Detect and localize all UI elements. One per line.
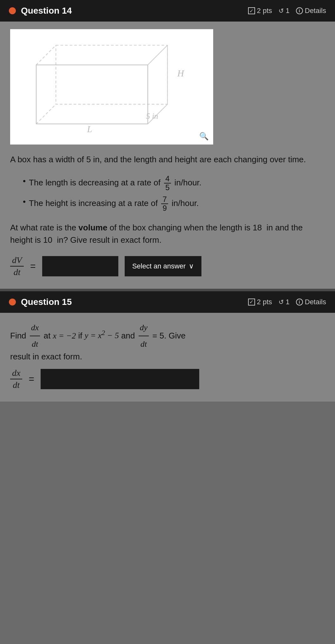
dx-dt-fraction: dx dt: [30, 320, 40, 352]
question-prompt: At what rate is the volume of the box ch…: [10, 222, 325, 246]
retries-label: 1: [286, 7, 290, 15]
page-container: Question 14 ✓ 2 pts ↺ 1 i Details: [0, 0, 335, 402]
find-text: Find dx dt at x = −2 if y = x2 − 5 and d…: [10, 320, 325, 352]
details-item[interactable]: i Details: [296, 7, 326, 15]
points-label-15: 2 pts: [257, 298, 272, 306]
points-item: ✓ 2 pts: [248, 7, 272, 15]
answer-input-14[interactable]: [42, 256, 118, 276]
at-text: at: [44, 331, 51, 340]
svg-text:L: L: [87, 124, 92, 134]
question-15-header: Question 15 ✓ 2 pts ↺ 1 i Details: [0, 291, 335, 313]
dt-label-14: dt: [12, 267, 23, 277]
dv-label: dV: [10, 255, 24, 267]
bullet1-text: The length is decreasing at a rate of: [29, 178, 161, 187]
dx-dt-result-fraction: dx dt: [10, 368, 22, 390]
details-item-15[interactable]: i Details: [296, 298, 326, 306]
checkbox-icon-15: ✓: [248, 299, 255, 306]
info-icon: i: [296, 7, 303, 14]
bullet-1: • The length is decreasing at a rate of …: [23, 175, 325, 192]
y-eq: y = x2 − 5: [85, 331, 119, 340]
equals-sign-15: =: [29, 374, 34, 384]
details-label-15[interactable]: Details: [305, 298, 326, 306]
bullet-list: • The length is decreasing at a rate of …: [23, 175, 325, 213]
chevron-down-icon: ∨: [189, 262, 194, 270]
svg-text:5 in: 5 in: [146, 112, 158, 120]
details-label[interactable]: Details: [305, 7, 326, 15]
fraction-1-num: 4: [164, 175, 171, 184]
fraction-2-num: 7: [161, 195, 168, 204]
dv-dt-fraction: dV dt: [10, 255, 24, 277]
dx-label: dx: [30, 320, 40, 337]
question-15-content: Find dx dt at x = −2 if y = x2 − 5 and d…: [0, 313, 335, 402]
dt-label2: dt: [11, 379, 22, 390]
info-icon-15: i: [296, 299, 303, 306]
fraction-1: 4 5: [164, 175, 171, 192]
result-text: result in exact form.: [10, 352, 325, 362]
points-label: 2 pts: [257, 7, 272, 15]
give-text: Give: [169, 331, 186, 340]
question-15-dot: [9, 299, 16, 306]
question-14-title: Question 14: [21, 6, 243, 16]
svg-line-3: [148, 45, 168, 65]
answer-row-14: dV dt = Select an answer ∨: [10, 255, 325, 277]
question-14-block: Question 14 ✓ 2 pts ↺ 1 i Details: [0, 0, 335, 289]
dy-dt-fraction: dy dt: [139, 320, 149, 352]
if-text: if: [78, 331, 82, 340]
points-item-15: ✓ 2 pts: [248, 298, 272, 306]
dt-label-15b: dt: [139, 336, 148, 352]
question-15-title: Question 15: [21, 297, 243, 307]
x-val: x = −2: [53, 331, 76, 340]
problem-text: A box has a width of 5 in, and the lengt…: [10, 153, 325, 166]
select-answer-button[interactable]: Select an answer ∨: [125, 256, 202, 276]
dy-label: dy: [139, 320, 149, 337]
svg-line-2: [36, 45, 56, 65]
box-diagram-container: H 5 in L 🔍: [10, 29, 213, 145]
bullet1-unit: in/hour.: [174, 178, 201, 187]
fraction-2: 7 9: [161, 195, 168, 213]
dy-dt-equals: = 5.: [152, 331, 166, 340]
question-14-header: Question 14 ✓ 2 pts ↺ 1 i Details: [0, 0, 335, 22]
answer-input-15[interactable]: [41, 369, 199, 389]
dt-label-15: dt: [30, 336, 39, 352]
retries-item: ↺ 1: [279, 7, 290, 15]
retries-item-15: ↺ 1: [279, 298, 290, 306]
and-text: and: [121, 331, 135, 340]
question-14-content: H 5 in L 🔍 A box has a width of 5 in, an…: [0, 22, 335, 289]
checkbox-icon: ✓: [248, 7, 255, 14]
svg-line-4: [36, 104, 56, 124]
question-15-meta: ✓ 2 pts ↺ 1 i Details: [248, 298, 326, 306]
find-label: Find: [10, 331, 26, 340]
undo-icon: ↺: [279, 7, 284, 15]
answer-row-15: dx dt =: [10, 368, 325, 390]
svg-text:H: H: [177, 68, 185, 78]
magnify-icon[interactable]: 🔍: [199, 132, 209, 141]
bullet2-text: The height is increasing at a rate of: [29, 198, 158, 208]
select-answer-label: Select an answer: [132, 262, 186, 270]
svg-rect-0: [56, 45, 168, 104]
equals-sign-14: =: [30, 261, 36, 272]
question-14-meta: ✓ 2 pts ↺ 1 i Details: [248, 7, 326, 15]
box-svg: H 5 in L: [16, 35, 207, 137]
bullet2-unit: in/hour.: [172, 198, 199, 208]
retries-label-15: 1: [286, 298, 290, 306]
bullet-2: • The height is increasing at a rate of …: [23, 195, 325, 213]
dx-label2: dx: [10, 368, 22, 379]
fraction-1-den: 5: [164, 184, 171, 192]
svg-rect-1: [36, 65, 148, 124]
undo-icon-15: ↺: [279, 298, 284, 306]
question-15-block: Question 15 ✓ 2 pts ↺ 1 i Details Find: [0, 291, 335, 402]
question-14-dot: [9, 7, 16, 14]
divider-1: [0, 289, 335, 291]
fraction-2-den: 9: [161, 204, 168, 212]
